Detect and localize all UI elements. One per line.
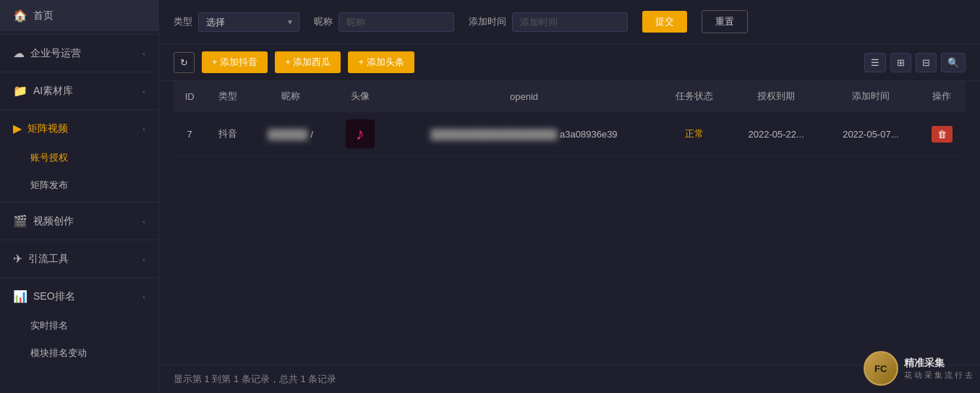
sidebar: 🏠 首页 ☁ 企业号运营 ‹ 📁 AI素材库 ‹ ▶ 矩阵视频 ‹ 账号授权 矩…	[0, 0, 159, 393]
status-badge: 正常	[685, 128, 704, 139]
reset-button[interactable]: 重置	[702, 10, 748, 33]
sidebar-item-ai[interactable]: 📁 AI素材库 ‹	[0, 75, 158, 106]
logo-area: FC 精准采集 花 动 采 集 流 行 去	[864, 351, 973, 386]
col-type: 类型	[205, 81, 250, 112]
divider-6	[0, 277, 158, 278]
filter-type-group: 类型 选择 抖音 西瓜 头条	[174, 12, 299, 32]
refresh-button[interactable]: ↻	[174, 52, 195, 73]
nickname-slash: /	[310, 129, 313, 140]
cell-auth-expire: 2022-05-22...	[729, 112, 824, 156]
data-table: ID 类型 昵称 头像 openid 任务状态 授权到期 添加时间 操作 7 抖…	[174, 81, 966, 156]
col-id: ID	[174, 81, 205, 112]
table-container: ID 类型 昵称 头像 openid 任务状态 授权到期 添加时间 操作 7 抖…	[159, 81, 980, 365]
sidebar-item-matrix-video[interactable]: ▶ 矩阵视频 ‹	[0, 113, 158, 144]
add-xigua-button[interactable]: + 添加西瓜	[275, 51, 341, 73]
filter-nickname-group: 昵称	[314, 12, 454, 32]
list-view-button[interactable]: ☰	[864, 53, 886, 72]
col-add-time: 添加时间	[824, 81, 919, 112]
folder-icon: 📁	[13, 84, 27, 98]
grid-view-button[interactable]: ⊞	[890, 53, 911, 72]
home-icon: 🏠	[13, 9, 27, 22]
table-row: 7 抖音 ██████ / ♪ █████████████	[174, 112, 966, 156]
traffic-icon: ✈	[13, 252, 22, 266]
col-auth-expire: 授权到期	[729, 81, 824, 112]
sidebar-subitem-rank-changes[interactable]: 模块排名变动	[0, 339, 158, 367]
chevron-icon-seo: ‹	[142, 292, 145, 301]
chevron-icon-video: ‹	[142, 217, 145, 226]
rank-changes-label: 模块排名变动	[30, 347, 87, 358]
sidebar-subitem-matrix-publish[interactable]: 矩阵发布	[0, 172, 158, 199]
divider-4	[0, 202, 158, 203]
brand-tagline: 花 动 采 集 流 行 去	[904, 370, 973, 381]
table-header-row: ID 类型 昵称 头像 openid 任务状态 授权到期 添加时间 操作	[174, 81, 966, 112]
sidebar-item-seo[interactable]: 📊 SEO排名 ‹	[0, 281, 158, 312]
refresh-icon: ↻	[180, 57, 188, 68]
sidebar-item-ai-label: AI素材库	[33, 85, 73, 98]
logo-circle-text: FC	[874, 363, 887, 374]
sidebar-item-matrix-label: 矩阵视频	[27, 122, 68, 135]
cell-id: 7	[174, 112, 205, 156]
music-note-icon: ♪	[356, 124, 365, 144]
play-icon: ▶	[13, 122, 22, 135]
table-header: ID 类型 昵称 头像 openid 任务状态 授权到期 添加时间 操作	[174, 81, 966, 112]
nickname-input[interactable]	[338, 12, 454, 32]
nickname-blurred: ██████	[268, 129, 307, 140]
avatar: ♪	[346, 119, 375, 148]
col-status: 任务状态	[659, 81, 729, 112]
divider-5	[0, 240, 158, 240]
add-time-input[interactable]	[512, 12, 628, 32]
divider-2	[0, 72, 158, 72]
cell-openid: ███████████████████ a3a08936e39	[389, 112, 659, 156]
col-avatar: 头像	[331, 81, 389, 112]
table-body: 7 抖音 ██████ / ♪ █████████████	[174, 112, 966, 156]
realtime-label: 实时排名	[30, 320, 68, 331]
view-controls: ☰ ⊞ ⊟ 🔍	[864, 53, 966, 72]
sidebar-item-traffic-label: 引流工具	[28, 253, 69, 266]
sidebar-item-video-label: 视频创作	[33, 215, 74, 228]
main-content: 类型 选择 抖音 西瓜 头条 昵称 添加时间 提交 重置 ↻ + 添加抖音	[159, 0, 980, 393]
matrix-publish-label: 矩阵发布	[30, 179, 68, 190]
cell-nickname: ██████ /	[250, 112, 331, 156]
chevron-icon-enterprise: ‹	[142, 49, 145, 58]
seo-icon: 📊	[13, 290, 27, 303]
filter-view-button[interactable]: ⊟	[916, 53, 937, 72]
divider-3	[0, 109, 158, 110]
openid-blurred: ███████████████████	[430, 129, 557, 140]
type-select[interactable]: 选择 抖音 西瓜 头条	[198, 12, 299, 32]
delete-button[interactable]: 🗑	[932, 126, 953, 143]
col-operations: 操作	[918, 81, 966, 112]
cell-operations: 🗑	[918, 112, 966, 156]
filter-time-label: 添加时间	[469, 15, 506, 28]
add-douyin-button[interactable]: + 添加抖音	[202, 51, 268, 73]
filter-nickname-label: 昵称	[314, 15, 333, 28]
sidebar-subitem-account-auth[interactable]: 账号授权	[0, 144, 158, 172]
add-toutiao-button[interactable]: + 添加头条	[348, 51, 414, 73]
sidebar-item-traffic[interactable]: ✈ 引流工具 ‹	[0, 243, 158, 274]
cloud-icon: ☁	[13, 46, 25, 60]
filter-type-label: 类型	[174, 15, 192, 28]
video-icon: 🎬	[13, 214, 27, 228]
sidebar-item-enterprise-label: 企业号运营	[30, 47, 81, 60]
filter-bar: 类型 选择 抖音 西瓜 头条 昵称 添加时间 提交 重置	[159, 0, 980, 44]
chevron-icon-matrix: ‹	[142, 124, 145, 133]
sidebar-subitem-realtime[interactable]: 实时排名	[0, 312, 158, 339]
sidebar-item-seo-label: SEO排名	[33, 290, 75, 303]
logo-circle: FC	[864, 351, 898, 386]
divider-1	[0, 34, 158, 35]
search-view-button[interactable]: 🔍	[941, 53, 966, 72]
cell-add-time: 2022-05-07...	[824, 112, 919, 156]
submit-button[interactable]: 提交	[642, 11, 687, 33]
brand-name: 精准采集	[904, 357, 973, 370]
nickname-container: ██████ /	[257, 129, 323, 140]
sidebar-item-video-creation[interactable]: 🎬 视频创作 ‹	[0, 206, 158, 237]
col-nickname: 昵称	[250, 81, 331, 112]
pagination-text: 显示第 1 到第 1 条记录，总共 1 条记录	[174, 373, 336, 384]
cell-type: 抖音	[205, 112, 250, 156]
sidebar-item-home-label: 首页	[33, 9, 54, 22]
account-auth-label: 账号授权	[30, 152, 68, 163]
sidebar-item-enterprise[interactable]: ☁ 企业号运营 ‹	[0, 38, 158, 69]
chevron-icon-ai: ‹	[142, 87, 145, 96]
type-select-wrapper: 选择 抖音 西瓜 头条	[198, 12, 299, 32]
pagination-bar: 显示第 1 到第 1 条记录，总共 1 条记录	[159, 365, 980, 393]
sidebar-item-home[interactable]: 🏠 首页	[0, 0, 158, 31]
